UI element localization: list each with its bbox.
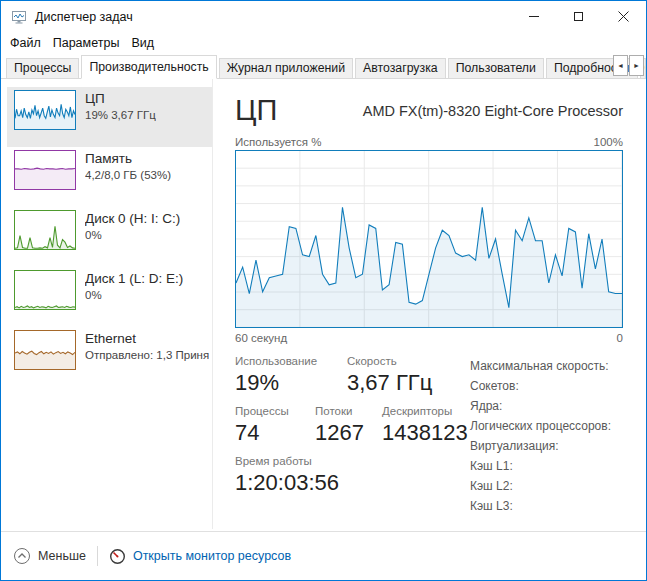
stat-threads-label: Потоки (315, 405, 382, 417)
stat-handles-value: 1438123 (382, 420, 468, 446)
fewer-details-label: Меньше (38, 549, 86, 563)
cpu-usage-chart[interactable] (235, 150, 623, 328)
menu-file[interactable]: Файл (4, 34, 47, 52)
stat-processes-label: Процессы (235, 405, 315, 417)
sidebar-disk0-subtitle: 0% (85, 229, 180, 241)
detail-cache-l3: Кэш L3: (470, 496, 611, 516)
chart-y-max-label: 100% (594, 136, 623, 148)
maximize-icon (574, 12, 583, 21)
sidebar-disk1-title: Диск 1 (L: D: E:) (85, 271, 183, 286)
stat-processes-value: 74 (235, 420, 315, 446)
detail-logical-processors: Логических процессоров: (470, 416, 611, 436)
detail-cache-l2: Кэш L2: (470, 476, 611, 496)
sidebar-disk0-title: Диск 0 (H: I: C:) (85, 211, 180, 226)
chart-y-axis-label: Используется % (235, 136, 321, 148)
disk1-mini-chart (14, 270, 76, 310)
sidebar-item-disk1[interactable]: Диск 1 (L: D: E:) 0% (7, 267, 212, 327)
title-bar: Диспетчер задач (1, 1, 646, 32)
cpu-details-list: Максимальная скорость: Сокетов: Ядра: Ло… (470, 355, 611, 516)
stat-handles-label: Дескрипторы (382, 405, 468, 417)
ethernet-mini-chart (14, 330, 76, 370)
task-manager-window: Диспетчер задач Файл Параметры Вид Проце… (0, 0, 647, 581)
chart-x-left-label: 60 секунд (235, 332, 287, 344)
tab-startup[interactable]: Автозагрузка (355, 58, 446, 78)
minimize-icon (529, 16, 539, 17)
window-title: Диспетчер задач (35, 10, 133, 24)
cpu-mini-chart (14, 90, 76, 130)
stat-speed-value: 3,67 ГГц (347, 370, 432, 396)
stat-speed-label: Скорость (347, 355, 432, 367)
detail-cores: Ядра: (470, 396, 611, 416)
detail-virtualization: Виртуализация: (470, 436, 611, 456)
statusbar-divider (97, 546, 98, 566)
tab-strip: Процессы Производительность Журнал прило… (1, 54, 646, 79)
close-icon (618, 11, 629, 22)
sidebar-item-ethernet[interactable]: Ethernet Отправлено: 1,3 Приня (7, 327, 212, 387)
tab-performance[interactable]: Производительность (81, 55, 216, 79)
resource-monitor-label: Открыть монитор ресурсов (133, 549, 291, 563)
sidebar-item-cpu[interactable]: ЦП 19% 3,67 ГГц (7, 87, 212, 147)
minimize-button[interactable] (511, 1, 556, 32)
status-bar: Меньше Открыть монитор ресурсов (1, 531, 646, 580)
sidebar-item-memory[interactable]: Память 4,2/8,0 ГБ (53%) (7, 147, 212, 207)
tab-app-history[interactable]: Журнал приложений (219, 58, 353, 78)
maximize-button[interactable] (556, 1, 601, 32)
sidebar-cpu-subtitle: 19% 3,67 ГГц (85, 109, 156, 121)
fewer-details-button[interactable]: Меньше (13, 547, 86, 565)
stat-utilization-value: 19% (235, 370, 347, 396)
stat-threads-value: 1267 (315, 420, 382, 446)
sidebar-ethernet-title: Ethernet (85, 331, 209, 346)
menu-view[interactable]: Вид (125, 34, 160, 52)
tab-users[interactable]: Пользователи (448, 58, 544, 78)
sidebar-memory-subtitle: 4,2/8,0 ГБ (53%) (85, 169, 171, 181)
chart-x-right-label: 0 (617, 332, 623, 344)
resource-monitor-icon (109, 548, 126, 565)
detail-max-speed: Максимальная скорость: (470, 356, 611, 376)
tab-processes[interactable]: Процессы (6, 58, 79, 78)
performance-content: ЦП 19% 3,67 ГГц Память 4,2/8,0 ГБ (53%) (1, 79, 646, 529)
sidebar-item-disk0[interactable]: Диск 0 (H: I: C:) 0% (7, 207, 212, 267)
stat-uptime-value: 1:20:03:56 (235, 470, 339, 496)
open-resource-monitor-link[interactable]: Открыть монитор ресурсов (109, 548, 291, 565)
sidebar-disk1-subtitle: 0% (85, 289, 183, 301)
stat-utilization-label: Использование (235, 355, 347, 367)
task-manager-icon (11, 9, 27, 25)
close-button[interactable] (601, 1, 646, 32)
tab-scroll-left-icon[interactable]: ◄ (613, 55, 628, 76)
disk0-mini-chart (14, 210, 76, 250)
memory-mini-chart (14, 150, 76, 190)
stat-uptime-label: Время работы (235, 455, 339, 467)
sidebar-memory-title: Память (85, 151, 171, 166)
chevron-up-circle-icon (13, 547, 31, 565)
tab-scroll-buttons: ◄ ► (612, 55, 644, 76)
cpu-panel: ЦП AMD FX(tm)-8320 Eight-Core Processor … (213, 79, 646, 529)
menu-bar: Файл Параметры Вид (1, 32, 646, 54)
processor-name: AMD FX(tm)-8320 Eight-Core Processor (363, 103, 623, 119)
detail-sockets: Сокетов: (470, 376, 611, 396)
sidebar-ethernet-subtitle: Отправлено: 1,3 Приня (85, 349, 209, 361)
cpu-panel-title: ЦП (235, 94, 277, 127)
performance-sidebar: ЦП 19% 3,67 ГГц Память 4,2/8,0 ГБ (53%) (1, 79, 213, 529)
tab-scroll-right-icon[interactable]: ► (629, 55, 644, 76)
menu-options[interactable]: Параметры (47, 34, 126, 52)
cpu-stats: Использование 19% Скорость 3,67 ГГц Проц… (235, 355, 470, 516)
detail-cache-l1: Кэш L1: (470, 456, 611, 476)
sidebar-cpu-title: ЦП (85, 91, 156, 106)
